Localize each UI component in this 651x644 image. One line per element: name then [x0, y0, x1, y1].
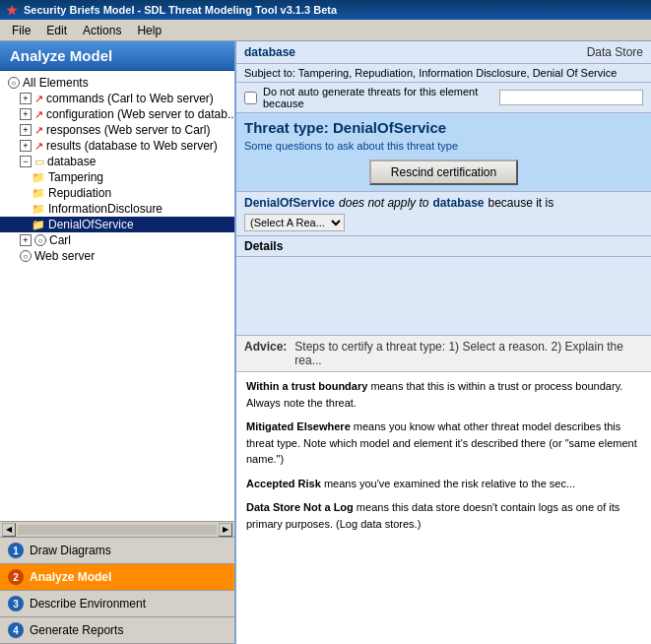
- autogen-label: Do not auto generate threats for this el…: [263, 86, 493, 109]
- nav-num-3: 3: [8, 596, 24, 612]
- tree-web-server-label: Web server: [34, 249, 95, 263]
- rescind-button[interactable]: Rescind certification: [369, 160, 518, 185]
- arrow-icon: ↗: [34, 124, 43, 137]
- tree-carl[interactable]: + ○ Carl: [0, 232, 234, 248]
- tree-tampering-label: Tampering: [48, 170, 103, 184]
- nav-analyze-model[interactable]: 2 Analyze Model: [0, 564, 234, 591]
- advice-content: Within a trust boundary means that this …: [236, 372, 651, 644]
- menu-help[interactable]: Help: [129, 22, 169, 39]
- advice-para-4: Data Store Not a Log means this data sto…: [246, 499, 641, 532]
- nav-draw-diagrams[interactable]: 1 Draw Diagrams: [0, 538, 234, 564]
- advice-intro: Steps to certify a threat type: 1) Selec…: [294, 340, 643, 367]
- arrow-icon: ↗: [34, 140, 43, 153]
- tree-database[interactable]: − ▭ database: [0, 154, 234, 169]
- element-name-label: database: [244, 45, 295, 59]
- advice-para-3: Accepted Risk means you've examined the …: [246, 476, 641, 492]
- tree-information-disclosure[interactable]: 📁 InformationDisclosure: [0, 201, 234, 217]
- menu-actions[interactable]: Actions: [75, 22, 129, 39]
- because-text: because it is: [488, 196, 553, 210]
- title-bar: ★ Security Briefs Model - SDL Threat Mod…: [0, 0, 651, 20]
- advice-para-2: Mitigated Elsewhere means you know what …: [246, 419, 641, 468]
- tree-commands[interactable]: + ↗ commands (Carl to Web server): [0, 91, 234, 106]
- tree-responses-label: responses (Web server to Carl): [46, 123, 211, 137]
- details-textarea[interactable]: [236, 257, 651, 336]
- expand-icon: +: [20, 108, 32, 120]
- nav-draw-diagrams-label: Draw Diagrams: [30, 544, 111, 557]
- advice-para-1: Within a trust boundary means that this …: [246, 378, 641, 411]
- folder-icon: 📁: [32, 219, 45, 231]
- tree-commands-label: commands (Carl to Web server): [46, 92, 214, 105]
- tree-area[interactable]: ○ All Elements + ↗ commands (Carl to Web…: [0, 71, 234, 521]
- bottom-nav: 1 Draw Diagrams 2 Analyze Model 3 Descri…: [0, 537, 234, 644]
- right-header: database Data Store: [236, 41, 651, 64]
- reason-select[interactable]: (Select A Rea...: [244, 214, 345, 231]
- main-layout: Analyze Model ○ All Elements + ↗ command…: [0, 41, 651, 644]
- nav-analyze-model-label: Analyze Model: [30, 570, 111, 584]
- scroll-right[interactable]: ▶: [219, 523, 232, 537]
- tree-all-elements-label: All Elements: [23, 76, 89, 90]
- nav-generate-reports-label: Generate Reports: [30, 623, 123, 637]
- menu-bar: File Edit Actions Help: [0, 20, 651, 41]
- nav-describe-environment-label: Describe Environment: [30, 597, 146, 611]
- tree-responses[interactable]: + ↗ responses (Web server to Carl): [0, 122, 234, 138]
- tree-carl-label: Carl: [49, 233, 71, 247]
- subject-line: Subject to: Tampering, Repudiation, Info…: [236, 64, 651, 83]
- tree-all-elements[interactable]: ○ All Elements: [0, 75, 234, 91]
- analyze-model-header: Analyze Model: [0, 41, 234, 71]
- advice-bold-3: Accepted Risk: [246, 478, 321, 489]
- expand-icon: +: [20, 140, 32, 152]
- subject-text: Subject to: Tampering, Repudiation, Info…: [244, 67, 617, 79]
- threat-name-inline: DenialOfService: [244, 196, 335, 210]
- nav-num-2: 2: [8, 569, 24, 585]
- advice-label: Advice:: [244, 340, 287, 367]
- advice-section: Advice: Steps to certify a threat type: …: [236, 336, 651, 644]
- autogen-checkbox[interactable]: [244, 92, 257, 104]
- nav-generate-reports[interactable]: 4 Generate Reports: [0, 617, 234, 644]
- element-name-inline: database: [432, 196, 484, 210]
- menu-edit[interactable]: Edit: [38, 22, 75, 39]
- app-icon: ★: [6, 3, 18, 18]
- does-not-apply-bar: DenialOfService does not apply to databa…: [236, 192, 651, 236]
- database-icon: ▭: [34, 156, 44, 168]
- tree-denial-of-service[interactable]: 📁 DenialOfService: [0, 217, 234, 232]
- threat-subtitle: Some questions to ask about this threat …: [244, 140, 643, 152]
- advice-text-3: means you've examined the risk relative …: [324, 478, 575, 489]
- autogen-input[interactable]: [499, 90, 643, 105]
- details-label: Details: [244, 239, 283, 253]
- circle-icon: ○: [20, 250, 32, 262]
- does-not-text: does not apply to: [339, 196, 428, 210]
- minus-icon: −: [20, 156, 32, 167]
- nav-describe-environment[interactable]: 3 Describe Environment: [0, 591, 234, 617]
- nav-num-1: 1: [8, 543, 24, 558]
- tree-configuration[interactable]: + ↗ configuration (Web server to datab..…: [0, 106, 234, 122]
- right-panel: database Data Store Subject to: Tamperin…: [236, 41, 651, 644]
- menu-file[interactable]: File: [4, 22, 38, 39]
- scroll-left[interactable]: ◀: [2, 523, 16, 537]
- tree-repudiation[interactable]: 📁 Repudiation: [0, 185, 234, 201]
- advice-bold-2: Mitigated Elsewhere: [246, 420, 351, 432]
- horizontal-scrollbar[interactable]: ◀ ▶: [0, 521, 234, 537]
- folder-icon: 📁: [32, 203, 45, 216]
- tree-results-label: results (database to Web server): [46, 139, 218, 153]
- plus-icon: +: [20, 234, 32, 246]
- circle-icon: ○: [34, 234, 46, 246]
- tree-denial-of-service-label: DenialOfService: [48, 218, 134, 231]
- tree-results[interactable]: + ↗ results (database to Web server): [0, 138, 234, 154]
- tree-web-server[interactable]: ○ Web server: [0, 248, 234, 264]
- title-text: Security Briefs Model - SDL Threat Model…: [24, 4, 337, 16]
- advice-bold-4: Data Store Not a Log: [246, 501, 354, 513]
- tree-tampering[interactable]: 📁 Tampering: [0, 169, 234, 185]
- threat-section: Threat type: DenialOfService Some questi…: [236, 113, 651, 192]
- tree-database-label: database: [47, 155, 96, 168]
- scroll-track[interactable]: [18, 525, 217, 535]
- tree-configuration-label: configuration (Web server to datab...: [46, 107, 234, 121]
- threat-title: Threat type: DenialOfService: [244, 119, 643, 136]
- element-type-label: Data Store: [587, 45, 643, 59]
- autogen-line: Do not auto generate threats for this el…: [236, 83, 651, 113]
- expand-icon: +: [20, 93, 32, 104]
- arrow-icon: ↗: [34, 108, 43, 121]
- folder-icon: 📁: [32, 171, 45, 184]
- circle-icon: ○: [8, 77, 20, 89]
- left-panel: Analyze Model ○ All Elements + ↗ command…: [0, 41, 236, 644]
- tree-information-disclosure-label: InformationDisclosure: [48, 202, 163, 216]
